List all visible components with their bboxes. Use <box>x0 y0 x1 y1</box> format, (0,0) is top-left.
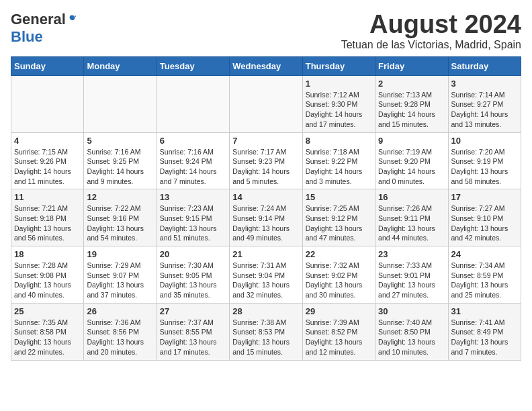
calendar-cell: 21Sunrise: 7:31 AM Sunset: 9:04 PM Dayli… <box>230 246 302 304</box>
logo: General Blue <box>11 11 77 46</box>
day-info: Sunrise: 7:27 AM Sunset: 9:10 PM Dayligh… <box>451 203 518 243</box>
calendar-cell <box>230 75 302 132</box>
calendar-cell: 3Sunrise: 7:14 AM Sunset: 9:27 PM Daylig… <box>448 75 521 132</box>
day-number: 5 <box>87 136 153 146</box>
day-info: Sunrise: 7:31 AM Sunset: 9:04 PM Dayligh… <box>232 261 299 300</box>
month-title: August 2024 <box>341 11 521 39</box>
calendar-table: SundayMondayTuesdayWednesdayThursdayFrid… <box>11 56 521 361</box>
logo-blue: Blue <box>11 28 43 45</box>
day-info: Sunrise: 7:14 AM Sunset: 9:27 PM Dayligh… <box>451 90 518 130</box>
day-info: Sunrise: 7:19 AM Sunset: 9:20 PM Dayligh… <box>378 147 445 187</box>
day-number: 16 <box>378 192 445 202</box>
calendar-cell <box>84 75 157 132</box>
calendar-cell: 7Sunrise: 7:17 AM Sunset: 9:23 PM Daylig… <box>230 132 302 189</box>
day-info: Sunrise: 7:28 AM Sunset: 9:08 PM Dayligh… <box>14 261 81 300</box>
day-number: 4 <box>14 136 81 146</box>
calendar-cell: 2Sunrise: 7:13 AM Sunset: 9:28 PM Daylig… <box>375 75 448 132</box>
day-info: Sunrise: 7:18 AM Sunset: 9:22 PM Dayligh… <box>306 147 372 187</box>
day-info: Sunrise: 7:13 AM Sunset: 9:28 PM Dayligh… <box>378 90 445 130</box>
calendar-cell: 23Sunrise: 7:33 AM Sunset: 9:01 PM Dayli… <box>375 246 448 304</box>
calendar-cell: 22Sunrise: 7:32 AM Sunset: 9:02 PM Dayli… <box>302 246 375 304</box>
day-number: 19 <box>87 249 153 259</box>
day-info: Sunrise: 7:26 AM Sunset: 9:11 PM Dayligh… <box>378 203 445 243</box>
calendar-cell: 11Sunrise: 7:21 AM Sunset: 9:18 PM Dayli… <box>11 189 84 246</box>
day-info: Sunrise: 7:32 AM Sunset: 9:02 PM Dayligh… <box>306 261 372 300</box>
calendar-cell: 29Sunrise: 7:39 AM Sunset: 8:52 PM Dayli… <box>302 303 375 360</box>
day-info: Sunrise: 7:34 AM Sunset: 8:59 PM Dayligh… <box>451 261 518 300</box>
day-info: Sunrise: 7:24 AM Sunset: 9:14 PM Dayligh… <box>232 203 299 243</box>
calendar-cell: 15Sunrise: 7:25 AM Sunset: 9:12 PM Dayli… <box>302 189 375 246</box>
calendar-cell: 28Sunrise: 7:38 AM Sunset: 8:53 PM Dayli… <box>230 303 302 360</box>
day-number: 30 <box>378 306 445 316</box>
day-info: Sunrise: 7:16 AM Sunset: 9:24 PM Dayligh… <box>160 147 226 187</box>
weekday-header-wednesday: Wednesday <box>230 56 302 75</box>
day-number: 9 <box>378 136 445 146</box>
weekday-header-thursday: Thursday <box>302 56 375 75</box>
weekday-row: SundayMondayTuesdayWednesdayThursdayFrid… <box>11 56 521 75</box>
calendar-cell: 25Sunrise: 7:35 AM Sunset: 8:58 PM Dayli… <box>11 303 84 360</box>
calendar-cell: 31Sunrise: 7:41 AM Sunset: 8:49 PM Dayli… <box>448 303 521 360</box>
calendar-cell: 19Sunrise: 7:29 AM Sunset: 9:07 PM Dayli… <box>84 246 157 304</box>
day-number: 8 <box>306 136 372 146</box>
day-info: Sunrise: 7:25 AM Sunset: 9:12 PM Dayligh… <box>306 203 372 243</box>
calendar-body: 1Sunrise: 7:12 AM Sunset: 9:30 PM Daylig… <box>11 75 521 360</box>
calendar-cell: 16Sunrise: 7:26 AM Sunset: 9:11 PM Dayli… <box>375 189 448 246</box>
calendar-cell <box>11 75 84 132</box>
day-number: 15 <box>306 192 372 202</box>
day-info: Sunrise: 7:33 AM Sunset: 9:01 PM Dayligh… <box>378 261 445 300</box>
calendar-cell: 5Sunrise: 7:16 AM Sunset: 9:25 PM Daylig… <box>84 132 157 189</box>
day-number: 27 <box>160 306 226 316</box>
day-info: Sunrise: 7:38 AM Sunset: 8:53 PM Dayligh… <box>232 318 299 357</box>
weekday-header-sunday: Sunday <box>11 56 84 75</box>
day-info: Sunrise: 7:37 AM Sunset: 8:55 PM Dayligh… <box>160 318 226 357</box>
day-info: Sunrise: 7:29 AM Sunset: 9:07 PM Dayligh… <box>87 261 153 300</box>
weekday-header-friday: Friday <box>375 56 448 75</box>
day-number: 31 <box>451 306 518 316</box>
calendar-cell: 6Sunrise: 7:16 AM Sunset: 9:24 PM Daylig… <box>157 132 229 189</box>
calendar-cell: 9Sunrise: 7:19 AM Sunset: 9:20 PM Daylig… <box>375 132 448 189</box>
calendar-cell: 26Sunrise: 7:36 AM Sunset: 8:56 PM Dayli… <box>84 303 157 360</box>
calendar-cell: 14Sunrise: 7:24 AM Sunset: 9:14 PM Dayli… <box>230 189 302 246</box>
day-number: 25 <box>14 306 81 316</box>
week-row-5: 25Sunrise: 7:35 AM Sunset: 8:58 PM Dayli… <box>11 303 521 360</box>
day-info: Sunrise: 7:15 AM Sunset: 9:26 PM Dayligh… <box>14 147 81 187</box>
calendar-header: SundayMondayTuesdayWednesdayThursdayFrid… <box>11 56 521 75</box>
day-number: 12 <box>87 192 153 202</box>
page-header: General Blue August 2024 Tetuan de las V… <box>11 11 521 51</box>
day-number: 18 <box>14 249 81 259</box>
title-block: August 2024 Tetuan de las Victorias, Mad… <box>341 11 521 51</box>
location-title: Tetuan de las Victorias, Madrid, Spain <box>341 39 521 51</box>
day-number: 28 <box>232 306 299 316</box>
calendar-cell: 24Sunrise: 7:34 AM Sunset: 8:59 PM Dayli… <box>448 246 521 304</box>
day-info: Sunrise: 7:36 AM Sunset: 8:56 PM Dayligh… <box>87 318 153 357</box>
week-row-2: 4Sunrise: 7:15 AM Sunset: 9:26 PM Daylig… <box>11 132 521 189</box>
day-info: Sunrise: 7:40 AM Sunset: 8:50 PM Dayligh… <box>378 318 445 357</box>
calendar-cell: 12Sunrise: 7:22 AM Sunset: 9:16 PM Dayli… <box>84 189 157 246</box>
calendar-cell <box>157 75 229 132</box>
day-info: Sunrise: 7:21 AM Sunset: 9:18 PM Dayligh… <box>14 203 81 243</box>
day-number: 13 <box>160 192 226 202</box>
day-number: 1 <box>306 79 372 89</box>
calendar-cell: 18Sunrise: 7:28 AM Sunset: 9:08 PM Dayli… <box>11 246 84 304</box>
calendar-cell: 4Sunrise: 7:15 AM Sunset: 9:26 PM Daylig… <box>11 132 84 189</box>
day-number: 20 <box>160 249 226 259</box>
calendar-cell: 17Sunrise: 7:27 AM Sunset: 9:10 PM Dayli… <box>448 189 521 246</box>
day-info: Sunrise: 7:41 AM Sunset: 8:49 PM Dayligh… <box>451 318 518 357</box>
day-number: 7 <box>232 136 299 146</box>
day-number: 14 <box>232 192 299 202</box>
weekday-header-monday: Monday <box>84 56 157 75</box>
calendar-cell: 13Sunrise: 7:23 AM Sunset: 9:15 PM Dayli… <box>157 189 229 246</box>
day-info: Sunrise: 7:12 AM Sunset: 9:30 PM Dayligh… <box>306 90 372 130</box>
logo-general: General <box>11 11 66 28</box>
calendar-cell: 20Sunrise: 7:30 AM Sunset: 9:05 PM Dayli… <box>157 246 229 304</box>
weekday-header-tuesday: Tuesday <box>157 56 229 75</box>
day-number: 24 <box>451 249 518 259</box>
day-info: Sunrise: 7:20 AM Sunset: 9:19 PM Dayligh… <box>451 147 518 187</box>
day-info: Sunrise: 7:30 AM Sunset: 9:05 PM Dayligh… <box>160 261 226 300</box>
day-number: 26 <box>87 306 153 316</box>
day-number: 2 <box>378 79 445 89</box>
day-number: 17 <box>451 192 518 202</box>
day-info: Sunrise: 7:35 AM Sunset: 8:58 PM Dayligh… <box>14 318 81 357</box>
weekday-header-saturday: Saturday <box>448 56 521 75</box>
day-info: Sunrise: 7:22 AM Sunset: 9:16 PM Dayligh… <box>87 203 153 243</box>
